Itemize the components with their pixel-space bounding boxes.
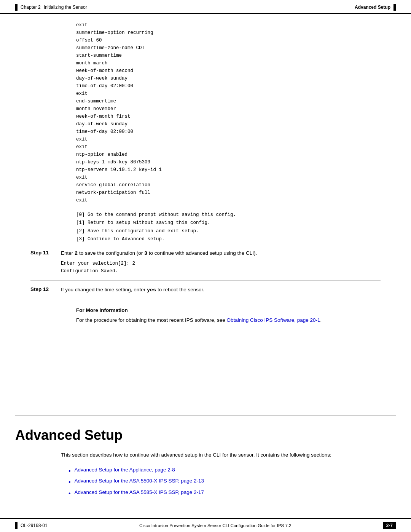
footer-doc-number: OL-29168-01: [21, 523, 48, 528]
bullet-link-1[interactable]: Advanced Setup for the Appliance, page 2…: [75, 465, 175, 474]
bullet-dot-1: •: [68, 466, 71, 477]
advanced-setup-section: Advanced Setup This section describes ho…: [0, 416, 411, 518]
step-11-text-middle: to save the configuration (or: [78, 250, 144, 256]
for-more-info-text-after: .: [320, 317, 322, 323]
footer-bar: [15, 522, 18, 529]
for-more-info-title: For More Information: [76, 307, 381, 313]
step-12-text-before: If you changed the time setting, enter: [61, 287, 147, 292]
bullet-link-2[interactable]: Advanced Setup for the ASA 5500-X IPS SS…: [75, 476, 204, 486]
list-item: • Advanced Setup for the ASA 5585-X IPS …: [68, 488, 396, 499]
step-12-label: Step 12: [30, 286, 61, 294]
header-chapter-title: Initializing the Sensor: [44, 5, 87, 10]
step-11-text-after: to continue with advanced setup using th…: [147, 250, 257, 256]
for-more-info-section: For More Information For the procedure f…: [15, 300, 396, 332]
step-11-label: Step 11: [30, 249, 61, 275]
step-11-text-before: Enter: [61, 250, 75, 256]
page-footer: OL-29168-01 Cisco Intrusion Prevention S…: [0, 518, 411, 532]
step-12-text-after: to reboot the sensor.: [156, 287, 204, 292]
step-divider: [30, 280, 381, 281]
footer-page-number: 2-7: [383, 522, 396, 529]
footer-left: OL-29168-01: [15, 522, 48, 529]
main-content: exit summertime-option recurring offset …: [0, 14, 411, 408]
list-item: • Advanced Setup for the ASA 5500-X IPS …: [68, 476, 396, 488]
bullet-list: • Advanced Setup for the Appliance, page…: [15, 465, 396, 499]
page-container: Chapter 2 Initializing the Sensor Advanc…: [0, 0, 411, 532]
for-more-info-link[interactable]: Obtaining Cisco IPS Software, page 20-1: [226, 317, 320, 323]
bullet-link-3[interactable]: Advanced Setup for the ASA 5585-X IPS SS…: [75, 488, 204, 497]
step-12-content: If you changed the time setting, enter y…: [61, 286, 396, 294]
header-bar-right: [393, 4, 396, 11]
menu-options: [0] Go to the command prompt without sav…: [15, 211, 396, 243]
footer-center-text: Cisco Intrusion Prevention System Sensor…: [139, 523, 292, 528]
step-12-row: Step 12 If you changed the time setting,…: [15, 286, 396, 294]
header-left: Chapter 2 Initializing the Sensor: [15, 4, 87, 11]
step-11-content: Enter 2 to save the configuration (or 3 …: [61, 249, 396, 275]
header-section-title: Advanced Setup: [355, 5, 390, 10]
step-11-emphasis1: 2: [75, 251, 78, 256]
for-more-info-text: For the procedure for obtaining the most…: [76, 316, 381, 324]
step-12-emphasis: yes: [147, 287, 156, 293]
step-11-emphasis2: 3: [144, 251, 147, 256]
header-bar-left: [15, 4, 18, 11]
code-block: exit summertime-option recurring offset …: [15, 21, 396, 204]
page-header: Chapter 2 Initializing the Sensor Advanc…: [0, 0, 411, 14]
bullet-dot-2: •: [68, 477, 71, 488]
advanced-setup-intro: This section describes how to continue w…: [15, 451, 396, 459]
list-item: • Advanced Setup for the Appliance, page…: [68, 465, 396, 477]
step-11-code: Enter your selection[2]: 2 Configuration…: [61, 260, 396, 275]
for-more-info-text-before: For the procedure for obtaining the most…: [76, 317, 226, 323]
header-chapter-label: Chapter 2: [21, 5, 41, 10]
step-11-row: Step 11 Enter 2 to save the configuratio…: [15, 249, 396, 275]
bullet-dot-3: •: [68, 488, 71, 499]
header-right: Advanced Setup: [355, 4, 396, 11]
advanced-setup-title: Advanced Setup: [15, 427, 396, 443]
